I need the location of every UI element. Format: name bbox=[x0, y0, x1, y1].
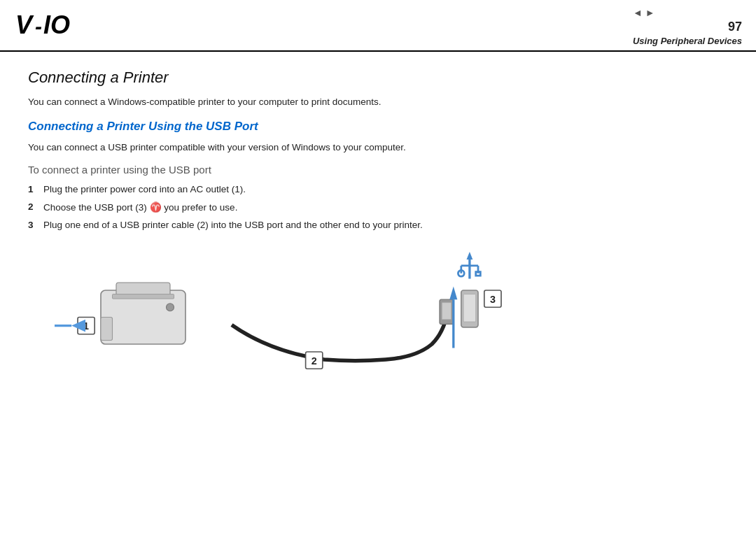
usb-section-heading: Connecting a Printer Using the USB Port bbox=[28, 120, 728, 134]
svg-text:2: 2 bbox=[312, 355, 317, 367]
svg-point-7 bbox=[167, 304, 174, 311]
step-3-text: Plug one end of a USB printer cable (2) … bbox=[43, 220, 728, 230]
prev-arrow-icon[interactable]: ◄ bbox=[633, 7, 643, 18]
step-3-number: 3 bbox=[28, 220, 43, 230]
header-right: ◄ ► 97 Using Peripheral Devices bbox=[633, 7, 742, 46]
step-1: 1 Plug the printer power cord into an AC… bbox=[28, 184, 728, 194]
subsection-title: To connect a printer using the USB port bbox=[28, 164, 728, 176]
nav-arrows: ◄ ► bbox=[633, 7, 742, 18]
svg-text:V: V bbox=[15, 10, 34, 38]
page-number: 97 bbox=[633, 20, 742, 34]
next-arrow-icon[interactable]: ► bbox=[645, 7, 655, 18]
svg-rect-23 bbox=[476, 272, 481, 276]
svg-text:3: 3 bbox=[490, 294, 496, 305]
step-2-number: 2 bbox=[28, 201, 43, 212]
connection-diagram-icon: 1 2 bbox=[28, 244, 728, 398]
svg-marker-26 bbox=[449, 287, 457, 300]
svg-text:-: - bbox=[35, 15, 42, 38]
intro-text: You can connect a Windows-compatible pri… bbox=[28, 97, 728, 107]
diagram-area: 1 2 bbox=[28, 244, 728, 398]
main-content: Connecting a Printer You can connect a W… bbox=[0, 52, 756, 412]
svg-marker-24 bbox=[467, 252, 473, 260]
step-1-number: 1 bbox=[28, 184, 43, 194]
svg-text:IO: IO bbox=[43, 10, 70, 38]
step-2-text: Choose the USB port (3) ♈ you prefer to … bbox=[43, 201, 728, 213]
svg-rect-15 bbox=[442, 303, 451, 320]
logo-area: V - IO bbox=[14, 7, 91, 38]
svg-rect-5 bbox=[113, 294, 174, 299]
step-2: 2 Choose the USB port (3) ♈ you prefer t… bbox=[28, 201, 728, 213]
svg-rect-6 bbox=[101, 318, 113, 341]
section-title-header: Using Peripheral Devices bbox=[633, 36, 742, 46]
step-3: 3 Plug one end of a USB printer cable (2… bbox=[28, 220, 728, 230]
steps-list: 1 Plug the printer power cord into an AC… bbox=[28, 184, 728, 230]
section-intro: You can connect a USB printer compatible… bbox=[28, 142, 728, 152]
svg-rect-17 bbox=[463, 294, 476, 322]
page-title: Connecting a Printer bbox=[28, 69, 728, 87]
step-1-text: Plug the printer power cord into an AC o… bbox=[43, 184, 728, 194]
page-header: V - IO ◄ ► 97 Using Peripheral Devices bbox=[0, 0, 756, 52]
vaio-logo-icon: V - IO bbox=[14, 7, 91, 38]
